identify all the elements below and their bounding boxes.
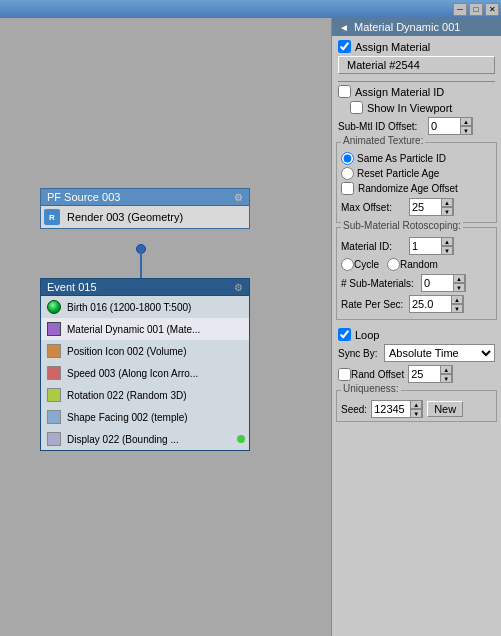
animated-texture-title: Animated Texture:: [341, 135, 425, 146]
show-in-viewport-checkbox[interactable]: [350, 101, 363, 114]
max-offset-spinbox[interactable]: ▲ ▼: [409, 198, 454, 216]
material-icon: [47, 322, 61, 336]
seed-down-btn[interactable]: ▼: [410, 409, 422, 418]
minimize-button[interactable]: ─: [453, 3, 467, 16]
seed-spinbox[interactable]: ▲ ▼: [371, 400, 423, 418]
maximize-button[interactable]: □: [469, 3, 483, 16]
assign-material-label: Assign Material: [355, 41, 430, 53]
sync-by-select[interactable]: Absolute Time Particle Age Event Duratio…: [384, 344, 495, 362]
event-row-position[interactable]: Position Icon 002 (Volume): [41, 340, 249, 362]
pfsource-header[interactable]: PF Source 003 ⚙: [40, 188, 250, 206]
sub-materials-spinbox-btns: ▲ ▼: [453, 274, 465, 292]
canvas-area: PF Source 003 ⚙ R Render 003 (Geometry) …: [0, 18, 331, 636]
randomize-age-offset-checkbox[interactable]: [341, 182, 354, 195]
sub-materials-down-btn[interactable]: ▼: [453, 283, 465, 292]
max-offset-input[interactable]: [412, 201, 442, 213]
event-row-display[interactable]: Display 022 (Bounding ...: [41, 428, 249, 450]
main-container: PF Source 003 ⚙ R Render 003 (Geometry) …: [0, 18, 501, 636]
assign-material-checkbox-row[interactable]: Assign Material: [338, 40, 495, 53]
sub-materials-input[interactable]: [424, 277, 454, 289]
randomize-age-offset-row[interactable]: Randomize Age Offset: [341, 182, 492, 195]
rand-offset-up-btn[interactable]: ▲: [440, 365, 452, 374]
sync-by-row: Sync By: Absolute Time Particle Age Even…: [338, 344, 495, 362]
assign-material-id-checkbox[interactable]: [338, 85, 351, 98]
sub-mtl-offset-spinbox[interactable]: ▲ ▼: [428, 117, 473, 135]
sub-materials-spinbox[interactable]: ▲ ▼: [421, 274, 466, 292]
panel-title: Material Dynamic 001: [354, 21, 495, 33]
titlebar: ─ □ ✕: [0, 0, 501, 18]
material-id-up-btn[interactable]: ▲: [441, 237, 453, 246]
assign-material-id-row[interactable]: Assign Material ID: [338, 85, 495, 98]
seed-input[interactable]: [374, 403, 410, 415]
same-as-particle-id-label: Same As Particle ID: [357, 153, 446, 164]
event-settings-icon[interactable]: ⚙: [234, 282, 243, 293]
loop-checkbox[interactable]: [338, 328, 351, 341]
event-row-shape[interactable]: Shape Facing 002 (temple): [41, 406, 249, 428]
reset-particle-age-label: Reset Particle Age: [357, 168, 439, 179]
random-label: Random: [400, 259, 438, 270]
material-id-spinbox[interactable]: ▲ ▼: [409, 237, 454, 255]
speed-row-label: Speed 003 (Along Icon Arro...: [67, 368, 198, 379]
reset-particle-age-row[interactable]: Reset Particle Age: [341, 167, 492, 180]
rate-per-sec-row: Rate Per Sec: ▲ ▼: [341, 295, 492, 313]
reset-particle-age-radio[interactable]: [341, 167, 354, 180]
close-button[interactable]: ✕: [485, 3, 499, 16]
sub-mtl-offset-row: Sub-Mtl ID Offset: ▲ ▼: [338, 117, 495, 135]
position-icon: [47, 344, 61, 358]
material-id-down-btn[interactable]: ▼: [441, 246, 453, 255]
material-id-row: Material ID: ▲ ▼: [341, 237, 492, 255]
event-row-birth[interactable]: Birth 016 (1200-1800 T:500): [41, 296, 249, 318]
material-id-label: Material ID:: [341, 241, 409, 252]
rand-offset-down-btn[interactable]: ▼: [440, 374, 452, 383]
rate-per-sec-spinbox[interactable]: ▲ ▼: [409, 295, 464, 313]
event-node: Event 015 ⚙ Birth 016 (1200-1800 T:500) …: [40, 278, 250, 451]
event-row-rotation[interactable]: Rotation 022 (Random 3D): [41, 384, 249, 406]
assign-material-section: Assign Material Material #2544 Assign Ma…: [332, 36, 501, 142]
pfsource-settings-icon[interactable]: ⚙: [234, 192, 243, 203]
event-row-material[interactable]: Material Dynamic 001 (Mate...: [41, 318, 249, 340]
render-row-label: Render 003 (Geometry): [67, 211, 183, 223]
rand-offset-spinbox-btns: ▲ ▼: [440, 365, 452, 383]
rate-per-sec-input[interactable]: [412, 298, 450, 310]
sub-materials-up-btn[interactable]: ▲: [453, 274, 465, 283]
sub-mtl-offset-input[interactable]: [431, 120, 461, 132]
position-row-label: Position Icon 002 (Volume): [67, 346, 187, 357]
new-seed-button[interactable]: New: [427, 401, 463, 417]
seed-up-btn[interactable]: ▲: [410, 400, 422, 409]
event-row-speed[interactable]: Speed 003 (Along Icon Arro...: [41, 362, 249, 384]
pfsource-render-row[interactable]: R Render 003 (Geometry): [41, 206, 249, 228]
rand-offset-spinbox[interactable]: ▲ ▼: [408, 365, 453, 383]
sub-materials-row: # Sub-Materials: ▲ ▼: [341, 274, 492, 292]
show-in-viewport-row[interactable]: Show In Viewport: [350, 101, 495, 114]
panel-titlebar: ◄ Material Dynamic 001: [332, 18, 501, 36]
assign-material-checkbox[interactable]: [338, 40, 351, 53]
birth-icon-wrap: [45, 298, 63, 316]
random-radio[interactable]: [387, 258, 400, 271]
same-as-particle-id-row[interactable]: Same As Particle ID: [341, 152, 492, 165]
rate-per-sec-down-btn[interactable]: ▼: [451, 304, 463, 313]
cycle-radio[interactable]: [341, 258, 354, 271]
same-as-particle-id-radio[interactable]: [341, 152, 354, 165]
sub-material-rotoscoping-content: Material ID: ▲ ▼ Cycle Random: [341, 231, 492, 313]
rand-offset-input[interactable]: [411, 368, 441, 380]
display-row-label: Display 022 (Bounding ...: [67, 434, 233, 445]
divider-1: [338, 81, 495, 82]
uniqueness-content: Seed: ▲ ▼ New: [341, 394, 492, 418]
sub-mtl-offset-spinbox-btns: ▲ ▼: [460, 117, 472, 135]
loop-checkbox-row[interactable]: Loop: [338, 328, 495, 341]
rate-per-sec-up-btn[interactable]: ▲: [451, 295, 463, 304]
display-icon-wrap: [45, 430, 63, 448]
sub-mtl-offset-up-btn[interactable]: ▲: [460, 117, 472, 126]
material-button[interactable]: Material #2544: [338, 56, 495, 74]
sub-mtl-offset-down-btn[interactable]: ▼: [460, 126, 472, 135]
max-offset-label: Max Offset:: [341, 202, 409, 213]
max-offset-up-btn[interactable]: ▲: [441, 198, 453, 207]
panel-collapse-btn[interactable]: ◄: [338, 21, 350, 33]
rate-per-sec-label: Rate Per Sec:: [341, 299, 409, 310]
rand-offset-checkbox[interactable]: [338, 368, 351, 381]
event-header[interactable]: Event 015 ⚙: [40, 278, 250, 296]
rotation-icon: [47, 388, 61, 402]
material-id-input[interactable]: [412, 240, 442, 252]
animated-texture-group: Animated Texture: Same As Particle ID Re…: [336, 142, 497, 223]
max-offset-down-btn[interactable]: ▼: [441, 207, 453, 216]
